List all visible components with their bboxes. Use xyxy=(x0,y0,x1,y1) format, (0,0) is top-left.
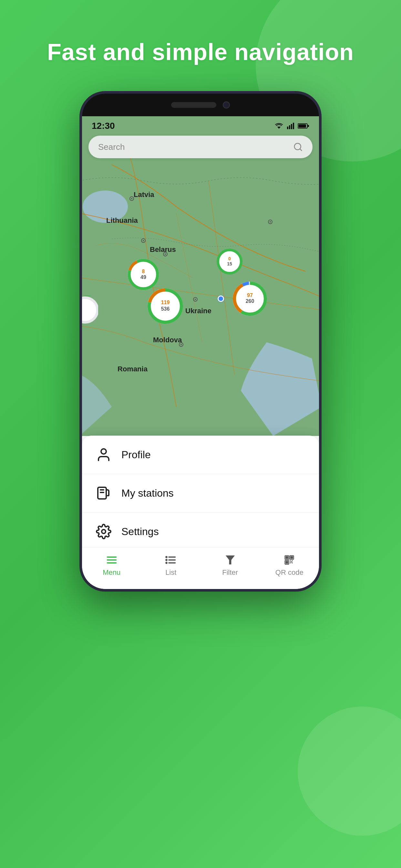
map-point-3 xyxy=(163,252,167,256)
svg-point-49 xyxy=(166,556,167,557)
svg-rect-35 xyxy=(298,124,306,128)
menu-label-settings: Settings xyxy=(121,526,159,538)
map-point-2 xyxy=(141,238,146,243)
settings-icon xyxy=(95,523,112,540)
nav-item-qr-code[interactable]: QR code xyxy=(273,554,305,577)
svg-rect-33 xyxy=(293,123,294,129)
svg-marker-52 xyxy=(226,555,235,564)
nav-item-filter[interactable]: Filter xyxy=(214,554,246,577)
wifi-icon xyxy=(274,122,283,129)
svg-rect-62 xyxy=(292,562,293,563)
svg-rect-61 xyxy=(290,562,291,563)
map-point-4 xyxy=(193,297,197,302)
map-area: Latvia Lithuania Belarus Ukraine Moldova… xyxy=(82,116,319,436)
current-location-dot xyxy=(218,296,224,302)
map-label-lithuania: Lithuania xyxy=(106,216,138,225)
svg-text:8: 8 xyxy=(142,269,145,274)
phone-top-bar xyxy=(82,94,319,116)
cluster-119-536: 119 536 xyxy=(147,287,184,326)
menu-item-my-stations[interactable]: My stations xyxy=(82,474,319,513)
svg-marker-29 xyxy=(277,127,281,129)
svg-point-51 xyxy=(166,562,167,563)
page-title: Fast and simple navigation xyxy=(47,39,354,65)
svg-point-50 xyxy=(166,559,167,560)
cluster-8-49: 8 49 xyxy=(127,258,159,292)
svg-text:0: 0 xyxy=(228,256,231,261)
menu-nav-icon xyxy=(105,554,118,566)
nav-label-filter: Filter xyxy=(222,568,238,577)
svg-text:49: 49 xyxy=(141,275,146,280)
phone-speaker xyxy=(171,102,216,108)
search-icon xyxy=(293,142,303,152)
status-bar: 12:30 xyxy=(82,116,319,135)
map-label-ukraine: Ukraine xyxy=(185,307,212,315)
svg-rect-32 xyxy=(291,124,292,129)
svg-rect-31 xyxy=(289,125,290,129)
filter-nav-icon xyxy=(224,554,237,566)
svg-rect-56 xyxy=(286,556,288,558)
person-icon xyxy=(95,446,112,463)
cluster-partial xyxy=(82,296,98,326)
search-bar[interactable]: Search xyxy=(89,135,312,158)
svg-rect-60 xyxy=(292,560,293,561)
map-label-latvia: Latvia xyxy=(134,190,154,199)
svg-text:97: 97 xyxy=(247,292,253,298)
svg-rect-57 xyxy=(291,556,293,558)
nav-item-list[interactable]: List xyxy=(155,554,187,577)
bottom-sheet: Profile My stations xyxy=(82,436,319,589)
menu-label-profile: Profile xyxy=(121,449,151,461)
nav-label-menu: Menu xyxy=(103,568,120,577)
cluster-0-15: 0 15 xyxy=(216,248,243,276)
nav-label-list: List xyxy=(165,568,176,577)
svg-rect-36 xyxy=(308,125,309,127)
bg-decoration-2 xyxy=(298,707,401,836)
svg-rect-58 xyxy=(286,561,288,563)
map-point-1 xyxy=(129,196,134,201)
svg-text:119: 119 xyxy=(161,300,170,305)
svg-rect-63 xyxy=(291,561,292,562)
svg-text:536: 536 xyxy=(161,306,170,312)
svg-point-41 xyxy=(102,530,105,533)
svg-rect-30 xyxy=(287,127,288,129)
map-point-5 xyxy=(179,342,183,347)
map-label-romania: Romania xyxy=(118,365,148,373)
svg-line-38 xyxy=(300,149,302,151)
svg-text:260: 260 xyxy=(246,299,254,304)
map-label-moldova: Moldova xyxy=(153,336,182,344)
svg-point-39 xyxy=(101,449,106,454)
phone-camera xyxy=(223,101,230,108)
menu-label-my-stations: My stations xyxy=(121,487,174,499)
qr-code-nav-icon xyxy=(283,554,296,566)
svg-rect-59 xyxy=(290,560,291,561)
list-nav-icon xyxy=(164,554,177,566)
signal-icon xyxy=(287,122,295,129)
status-time: 12:30 xyxy=(92,121,115,131)
phone-screen: Latvia Lithuania Belarus Ukraine Moldova… xyxy=(82,116,319,589)
map-label-belarus: Belarus xyxy=(150,245,176,254)
menu-item-profile[interactable]: Profile xyxy=(82,436,319,474)
status-icons xyxy=(274,122,309,129)
gas-station-icon xyxy=(95,485,112,502)
svg-text:15: 15 xyxy=(227,261,232,267)
battery-icon xyxy=(298,122,309,129)
cluster-97-260: 97 260 xyxy=(232,281,268,318)
map-point-6 xyxy=(268,220,273,224)
nav-item-menu[interactable]: Menu xyxy=(96,554,128,577)
nav-label-qr-code: QR code xyxy=(275,568,304,577)
phone-frame: Latvia Lithuania Belarus Ukraine Moldova… xyxy=(80,91,321,592)
search-placeholder: Search xyxy=(98,142,293,152)
menu-item-settings[interactable]: Settings xyxy=(82,513,319,551)
bottom-nav: Menu List xyxy=(82,547,319,589)
